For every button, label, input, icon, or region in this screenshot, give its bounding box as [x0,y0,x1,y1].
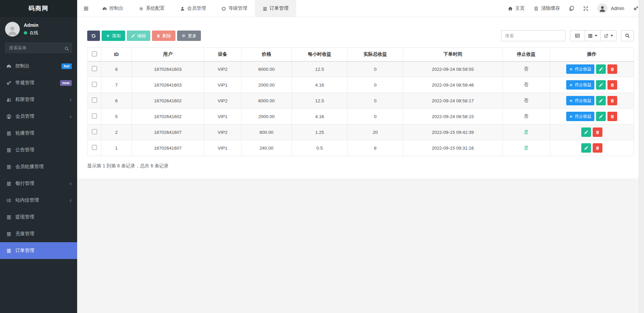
row-checkbox[interactable] [92,98,97,103]
sidebar-item[interactable]: 会员管理 [0,108,77,125]
toggle-view-button[interactable] [570,30,585,41]
sidebar-item-label: 轮播管理 [15,130,73,136]
clear-cache-link[interactable]: 清除缓存 [534,5,560,11]
select-all-checkbox[interactable] [92,51,97,56]
menu-search [5,43,72,53]
column-header[interactable]: 实际总收益 [347,48,403,61]
cell-price: 6000.00 [241,61,292,77]
sidebar-item[interactable]: 充值管理 [0,225,77,242]
table-icon [575,33,580,38]
search-button[interactable] [621,30,634,41]
edit-row-button[interactable] [581,127,591,137]
delete-row-button[interactable] [607,96,617,105]
sidebar-item[interactable]: 轮播管理 [0,125,77,142]
chevron-left-icon [69,97,73,102]
caret-down-icon [595,35,597,37]
list-icon [263,6,267,11]
edit-row-button[interactable] [596,112,606,121]
table-search-input[interactable] [501,30,566,41]
sidebar-item[interactable]: 站内信管理 [0,192,77,209]
plus-icon [106,34,110,38]
sidebar-item[interactable]: 银行管理 [0,175,77,192]
nav-tab-label: 控制台 [109,5,123,11]
nav-tab[interactable]: 会员管理 [174,0,212,17]
row-checkbox[interactable] [92,145,97,150]
column-header[interactable]: 设备 [204,48,241,61]
cell-stopped: 否 [502,93,550,109]
delete-row-button[interactable] [593,127,602,137]
column-header[interactable]: 下单时间 [403,48,503,61]
stop-income-button[interactable]: 停止收益 [566,64,594,74]
cell-order-time: 2022-09-24 08:59:46 [403,77,503,93]
row-checkbox[interactable] [92,66,97,71]
cell-user: 18702641602 [131,93,204,109]
nav-tab[interactable]: 等级管理 [216,0,253,17]
pencil-icon [599,83,603,87]
sidebar-item[interactable]: 会员轮播管理 [0,158,77,175]
delete-row-button[interactable] [607,80,617,90]
sidebar-item[interactable]: 订单管理 [0,242,77,259]
chevron-left-icon [69,114,73,119]
refresh-button[interactable] [87,31,100,41]
more-button[interactable]: 更多 [177,31,201,41]
x-icon [569,83,573,87]
orders-table: ID用户设备价格每小时收益实际总收益下单时间停止收益操作 8 187026416… [87,47,634,156]
trash-icon [156,34,160,38]
cell-order-time: 2022-09-15 09:31:16 [403,140,503,156]
docs-button[interactable] [569,6,574,11]
cell-total-income: 8 [347,140,403,156]
scrollbar[interactable] [639,0,644,313]
edit-row-button[interactable] [581,143,591,153]
pencil-icon [599,99,603,103]
column-header[interactable]: 每小时收益 [292,48,347,61]
edit-row-button[interactable] [596,96,606,105]
sidebar-item[interactable]: 提现管理 [0,209,77,225]
columns-button[interactable] [585,30,601,41]
export-button[interactable] [600,30,616,41]
stop-income-button[interactable]: 停止收益 [566,80,594,90]
stop-income-button[interactable]: 停止收益 [566,96,594,105]
cell-price: 2000.00 [241,77,292,93]
nav-tab[interactable]: 控制台 [97,0,129,17]
column-header[interactable]: 操作 [550,48,634,61]
fullscreen-button[interactable] [583,6,588,11]
add-button[interactable]: 添加 [102,31,125,41]
home-link[interactable]: 主页 [508,5,525,11]
delete-row-button[interactable] [607,64,617,74]
person-icon [7,24,18,37]
sidebar-item-label: 提现管理 [15,214,73,220]
delete-button-disabled[interactable]: 删除 [152,31,175,41]
delete-row-button[interactable] [607,112,617,121]
toolbar: 添加 编辑 删除 更多 [87,30,634,41]
content-area: 添加 编辑 删除 更多 [77,17,644,313]
row-checkbox[interactable] [92,113,97,118]
edit-row-button[interactable] [596,64,606,74]
edit-button-disabled[interactable]: 编辑 [127,31,150,41]
navbar-username[interactable]: Admin [611,6,624,11]
cell-user: 18702641602 [131,109,204,124]
sidebar-item[interactable]: 权限管理 [0,91,77,108]
sidebar-item[interactable]: 公告管理 [0,142,77,158]
column-header[interactable]: 价格 [241,48,292,61]
gear-icon [181,34,186,38]
menu-search-input[interactable] [5,43,72,53]
hamburger-icon[interactable] [77,0,95,17]
nav-tab[interactable]: 系统配置 [133,0,170,17]
sidebar-item[interactable]: 常规管理 new [0,74,77,91]
column-header[interactable]: 用户 [131,48,204,61]
cell-id: 1 [101,140,131,156]
navbar-avatar[interactable] [597,3,607,13]
column-header[interactable]: ID [101,48,131,61]
row-checkbox[interactable] [92,129,97,134]
sidebar-item[interactable]: 控制台 hot [0,58,77,74]
column-header[interactable]: 停止收益 [502,48,550,61]
settings-button[interactable] [633,6,639,11]
cell-order-time: 2022-09-24 08:58:15 [403,109,503,124]
delete-row-button[interactable] [593,143,602,153]
stop-income-button[interactable]: 停止收益 [566,112,594,121]
nav-tabs: 控制台 系统配置 会员管理 等级管理 [95,0,296,17]
row-checkbox[interactable] [92,82,97,87]
edit-row-button[interactable] [596,80,606,90]
nav-tab[interactable]: 订单管理 [255,0,296,17]
sidebar-item-label: 控制台 [15,63,61,69]
